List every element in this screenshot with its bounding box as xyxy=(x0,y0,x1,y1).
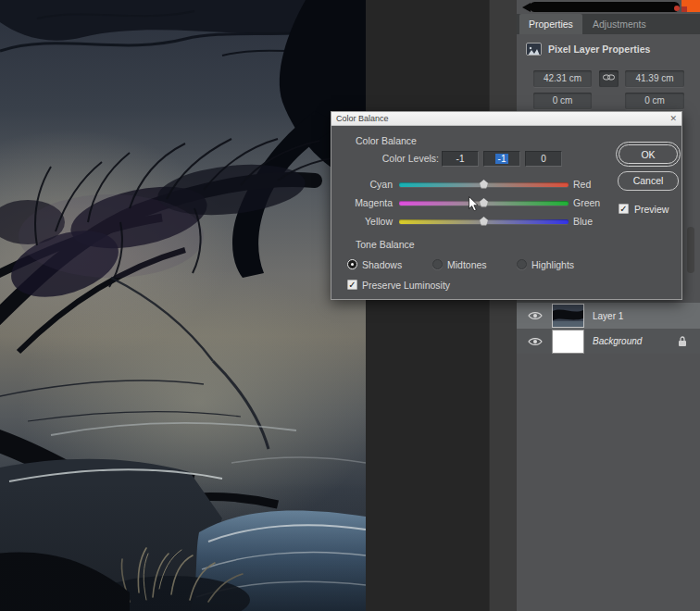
color-level-input-3[interactable]: 0 xyxy=(525,151,562,167)
shadows-label: Shadows xyxy=(362,259,402,270)
mouse-cursor-icon xyxy=(469,196,480,212)
ok-button-label: OK xyxy=(619,144,678,164)
dialog-titlebar[interactable]: Color Balance ✕ xyxy=(331,112,681,126)
lock-icon xyxy=(678,336,687,347)
orange-corner-block xyxy=(681,0,700,12)
green-label: Green xyxy=(573,197,600,208)
layer-row-layer1[interactable]: Layer 1 xyxy=(517,303,700,329)
app-background-strip xyxy=(489,0,517,611)
highlights-radio[interactable] xyxy=(517,259,527,269)
color-balance-dialog: Color Balance ✕ Color Balance Color Leve… xyxy=(331,111,682,300)
layer1-thumbnail[interactable] xyxy=(552,304,584,328)
app-window: Properties Adjustments Pixel Layer Prope… xyxy=(0,0,700,611)
visibility-eye-icon[interactable] xyxy=(528,310,543,321)
midtones-radio[interactable] xyxy=(432,259,443,269)
panel-scrollbar[interactable] xyxy=(687,227,694,273)
y-position-field[interactable]: 0 cm xyxy=(625,93,684,109)
midtones-label: Midtones xyxy=(447,259,487,270)
close-icon[interactable]: ✕ xyxy=(669,112,677,125)
tab-properties[interactable]: Properties xyxy=(519,14,582,34)
color-level-input-2[interactable]: -1 xyxy=(483,151,520,167)
color-balance-section-label: Color Balance xyxy=(356,135,417,146)
tone-balance-section-label: Tone Balance xyxy=(356,239,415,250)
cyan-label: Cyan xyxy=(331,179,393,190)
chain-link-icon xyxy=(603,73,615,81)
visibility-eye-icon[interactable] xyxy=(528,336,543,347)
preserve-luminosity-checkbox[interactable]: ✓ xyxy=(347,280,357,290)
shadows-radio[interactable] xyxy=(347,259,357,269)
preview-label: Preview xyxy=(634,204,669,215)
layer-name[interactable]: Layer 1 xyxy=(593,303,623,329)
ok-button[interactable]: OK xyxy=(616,142,681,167)
x-position-field[interactable]: 0 cm xyxy=(533,93,592,109)
record-dot-icon xyxy=(674,6,680,11)
preview-checkbox[interactable]: ✓ xyxy=(619,204,629,214)
yellow-label: Yellow xyxy=(331,216,393,227)
slider-thumb[interactable] xyxy=(480,198,488,207)
video-bar-tip-icon xyxy=(522,3,531,12)
tone-balance-options: Shadows Midtones Highlights xyxy=(331,258,681,271)
magenta-green-slider-row: Magenta Green xyxy=(331,194,681,213)
preserve-luminosity-label: Preserve Luminosity xyxy=(362,280,450,291)
color-levels-label: Color Levels: xyxy=(357,153,439,164)
slider-thumb[interactable] xyxy=(480,217,488,226)
layer-row-background[interactable]: Background xyxy=(517,329,700,354)
highlights-label: Highlights xyxy=(531,259,574,270)
tree-photo-illustration xyxy=(0,0,366,611)
tab-adjustments[interactable]: Adjustments xyxy=(583,14,656,34)
cancel-button[interactable]: Cancel xyxy=(618,171,679,191)
panel-tabbar: Properties Adjustments xyxy=(517,14,700,34)
dialog-title: Color Balance xyxy=(336,114,389,123)
blue-label: Blue xyxy=(573,216,593,227)
pasteboard[interactable] xyxy=(366,0,489,611)
pixel-layer-properties-title: Pixel Layer Properties xyxy=(548,44,650,55)
height-field[interactable]: 41.39 cm xyxy=(625,70,684,87)
right-panel: Properties Adjustments Pixel Layer Prope… xyxy=(517,0,700,611)
width-field[interactable]: 42.31 cm xyxy=(533,70,592,87)
canvas-photo[interactable] xyxy=(0,0,366,611)
yellow-blue-slider-row: Yellow Blue xyxy=(331,213,681,231)
link-dimensions-button[interactable] xyxy=(599,70,619,87)
slider-thumb[interactable] xyxy=(480,180,488,189)
background-thumbnail[interactable] xyxy=(552,330,584,354)
dialog-body: Color Balance Color Levels: -1 -1 0 Cyan… xyxy=(331,126,681,300)
selected-text: -1 xyxy=(495,154,509,164)
red-label: Red xyxy=(573,179,591,190)
magenta-label: Magenta xyxy=(331,197,393,208)
pixel-layer-icon xyxy=(526,43,542,56)
layer-name[interactable]: Background xyxy=(593,329,642,354)
color-level-input-1[interactable]: -1 xyxy=(442,151,479,167)
video-progress-bar[interactable] xyxy=(530,2,680,12)
